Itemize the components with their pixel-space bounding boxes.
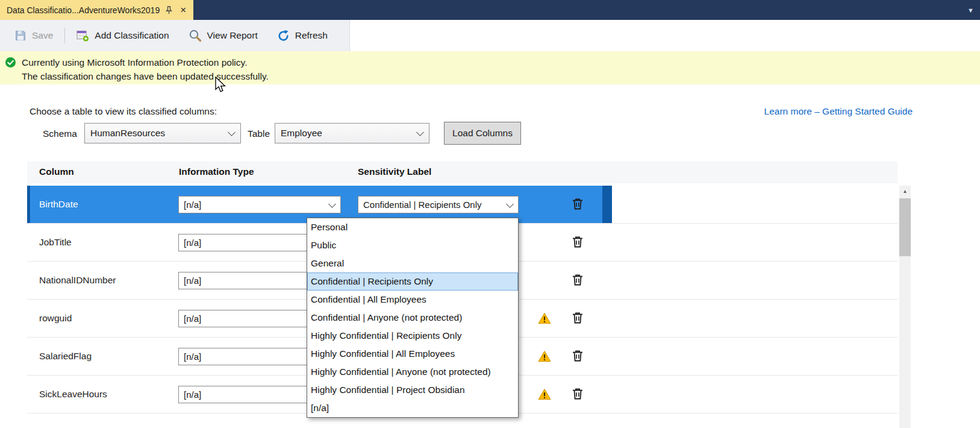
column-name: BirthDate [39,186,78,222]
refresh-icon [277,30,290,42]
classification-panel: Choose a table to view its classified co… [0,84,980,428]
delete-classification-button[interactable] [572,274,583,286]
column-name: NationalIDNumber [39,262,116,298]
dropdown-option[interactable]: Highly Confidential | Recipients Only [307,327,518,345]
choose-table-label: Choose a table to view its classified co… [30,106,217,117]
column-name: rowguid [39,300,72,336]
information-type-value: [n/a] [184,389,201,400]
dropdown-option[interactable]: Highly Confidential | All Employees [307,345,518,363]
column-name: JobTitle [39,224,72,260]
dropdown-option[interactable]: Highly Confidential | Anyone (not protec… [307,363,518,381]
schema-select[interactable]: HumanResources [84,123,241,143]
refresh-label: Refresh [295,30,328,41]
dropdown-option[interactable]: Public [307,236,518,254]
view-report-label: View Report [207,30,258,41]
dropdown-option[interactable]: Personal [307,218,518,236]
delete-classification-button[interactable] [572,236,583,248]
chevron-down-icon [416,128,424,136]
vertical-scrollbar[interactable]: ▲ [899,186,911,428]
information-type-value: [n/a] [184,351,201,362]
information-type-value: [n/a] [184,313,201,324]
info-bar: Currently using Microsoft Information Pr… [0,51,980,84]
dropdown-option[interactable]: [n/a] [307,399,518,417]
save-label: Save [32,30,53,41]
dropdown-option[interactable]: Confidential | Anyone (not protected) [307,309,518,327]
column-name: SalariedFlag [39,338,92,374]
toolbar: Save Add Classification [0,20,980,51]
dropdown-option[interactable]: Highly Confidential | Project Obsidian [307,381,518,399]
sensitivity-label-value: Confidential | Recipients Only [363,200,482,210]
scrollbar-thumb[interactable] [899,198,911,256]
tab-list-chevron-icon[interactable]: ▼ [967,7,980,14]
load-columns-button[interactable]: Load Columns [444,122,521,145]
close-icon[interactable]: × [178,5,188,15]
chevron-down-icon [328,200,336,208]
table-value: Employee [281,128,322,139]
scroll-up-arrow-icon[interactable]: ▲ [899,186,911,197]
add-classification-label: Add Classification [95,30,169,41]
sensitivity-dropdown-list: Personal Public General Confidential | R… [307,218,519,418]
delete-classification-button[interactable] [572,388,583,400]
success-check-icon [5,57,16,68]
refresh-button[interactable]: Refresh [267,24,337,48]
add-classification-button[interactable]: Add Classification [67,24,178,48]
table-label: Table [248,128,270,139]
magnifier-icon [189,29,202,42]
learn-more-link[interactable]: Learn more – Getting Started Guide [764,106,913,117]
warning-icon [538,312,551,324]
document-tab-title: Data Classificatio...AdventureWorks2019 [7,5,160,15]
save-button[interactable]: Save [5,24,63,48]
column-header: Column [39,166,74,177]
dropdown-option[interactable]: General [307,254,518,272]
dropdown-option[interactable]: Confidential | All Employees [307,291,518,309]
grid-header: Column Information Type Sensitivity Labe… [27,162,897,183]
information-type-value: [n/a] [184,238,201,248]
pin-icon[interactable] [165,6,173,14]
delete-classification-button[interactable] [572,198,583,210]
save-icon [14,30,27,42]
dropdown-option-highlighted[interactable]: Confidential | Recipients Only [307,272,518,291]
sensitivity-label-header: Sensitivity Label [358,166,431,177]
info-line-policy: Currently using Microsoft Information Pr… [22,55,269,69]
toolbar-strip: Save Add Classification [0,20,350,51]
view-report-button[interactable]: View Report [179,24,267,48]
sensitivity-label-select[interactable]: Confidential | Recipients Only [358,196,519,213]
warning-icon [538,388,551,400]
schema-value: HumanResources [90,128,165,139]
information-type-header: Information Type [179,166,254,177]
document-tab[interactable]: Data Classificatio...AdventureWorks2019 … [0,0,193,20]
information-type-value: [n/a] [184,200,201,210]
table-select[interactable]: Employee [275,123,429,143]
delete-classification-button[interactable] [572,312,583,324]
delete-classification-button[interactable] [572,350,583,362]
toolbar-separator [64,28,65,43]
warning-icon [538,350,551,362]
information-type-value: [n/a] [184,275,201,286]
ssms-data-classification-window: Data Classificatio...AdventureWorks2019 … [0,0,980,428]
document-tab-strip: Data Classificatio...AdventureWorks2019 … [0,0,980,20]
chevron-down-icon [506,200,514,208]
schema-label: Schema [43,128,77,139]
column-name: SickLeaveHours [39,376,107,412]
information-type-select[interactable]: [n/a] [178,196,341,213]
add-classification-icon [76,30,89,42]
chevron-down-icon [228,128,236,136]
info-line-updated: The classification changes have been upd… [22,69,269,83]
